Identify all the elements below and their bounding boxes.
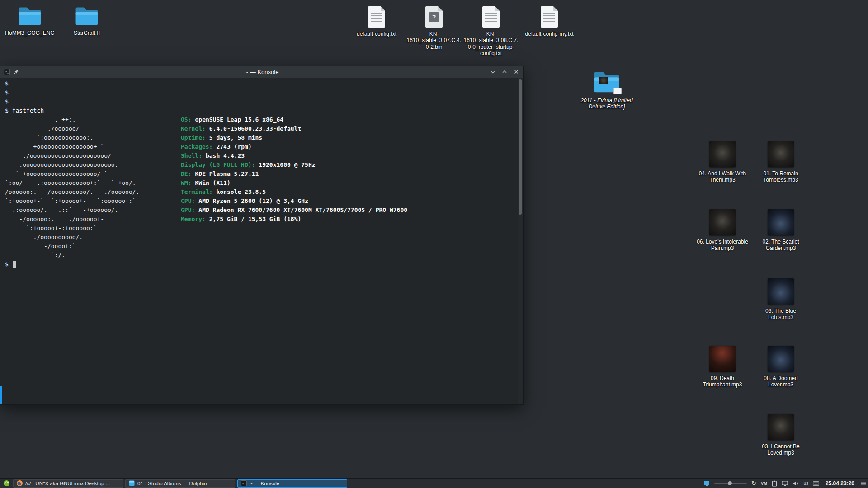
album-preview-thumbnail (599, 77, 608, 84)
fetch-info-row: Packages:2743 (rpm) (181, 142, 407, 151)
slider-track[interactable] (714, 483, 747, 484)
desktop-file-default-config[interactable]: default-config.txt (345, 6, 408, 37)
album-art-thumbnail (709, 209, 736, 235)
fetch-info-row: OS:openSUSE Leap 15.6 x86_64 (181, 115, 407, 124)
desktop-icon-label: HoMM3_GOG_ENG (5, 30, 54, 36)
desktop-folder-homm3[interactable]: HoMM3_GOG_ENG (0, 6, 60, 36)
fetch-info-row: Uptime:5 days, 58 mins (181, 133, 407, 142)
dolphin-icon (128, 480, 135, 487)
desktop-track-03[interactable]: 03. I Cannot Be Loved.mp3 (749, 414, 812, 456)
keyboard-layout-indicator[interactable]: us (803, 479, 808, 488)
desktop-icon-label: default-config.txt (357, 31, 396, 37)
clipboard-icon[interactable] (772, 479, 777, 488)
album-art-thumbnail (709, 346, 736, 372)
fetch-info-row: WM:KWin (X11) (181, 178, 407, 188)
desktop-track-09[interactable]: 09. Death Triumphant.mp3 (691, 346, 754, 388)
slider-knob[interactable] (728, 481, 732, 485)
desktop-track-08[interactable]: 08. A Doomed Lover.mp3 (749, 346, 812, 388)
konsole-window: >_ ~ — Konsole $ $ $ $ fastfetch (0, 66, 524, 405)
desktop-icon-label: KN-1610_stable_3.07.C.4.0-2.bin (406, 31, 462, 50)
terminal-cursor (13, 261, 16, 268)
scrollbar-thumb[interactable] (519, 79, 522, 215)
desktop-file-default-config-my[interactable]: default-config-my.txt (518, 6, 581, 37)
taskbar: /s/ - UN*X aka GNULinux Desktop ... 01 -… (0, 478, 868, 488)
tray-slider[interactable] (714, 479, 747, 488)
desktop-icon-label: StarCraft II (74, 30, 100, 36)
desktop-track-04[interactable]: 04. And I Walk With Them.mp3 (691, 141, 754, 183)
konsole-icon: >_ (241, 480, 247, 487)
desktop-icon-label: 06. The Blue Lotus.mp3 (752, 308, 809, 321)
system-tray: ↻ VM us 25.04 23:20 (703, 479, 866, 488)
task-konsole[interactable]: >_ ~ — Konsole (237, 479, 347, 488)
fetch-info-row: CPU:AMD Ryzen 5 2600 (12) @ 3,4 GHz (181, 197, 407, 206)
desktop-icon-label: 04. And I Walk With Them.mp3 (694, 170, 751, 183)
album-art-thumbnail (768, 346, 794, 372)
folder-icon (18, 6, 42, 27)
album-art-thumbnail (768, 278, 794, 305)
konsole-app-icon: >_ (4, 69, 10, 75)
application-launcher-icon[interactable] (2, 479, 11, 488)
media-folder-icon (593, 70, 621, 94)
fetch-info-row: GPU:AMD Radeon RX 7600/7600 XT/7600M XT/… (181, 206, 407, 215)
fetch-info-row: Memory:2,75 GiB / 15,53 GiB (18%) (181, 215, 407, 224)
desktop-track-01[interactable]: 01. To Remain Tombless.mp3 (749, 141, 812, 183)
album-art-thumbnail (768, 141, 794, 167)
window-title: ~ — Konsole (35, 69, 488, 75)
minimize-button[interactable] (489, 68, 496, 75)
media-badge-icon (613, 88, 622, 94)
fetch-info-row: Shell:bash 4.4.23 (181, 151, 407, 160)
desktop-icon-label: 2011 - Evinta [Limited Deluxe Edition] (578, 97, 635, 110)
task-label: /s/ - UN*X aka GNULinux Desktop ... (25, 481, 110, 486)
task-dolphin[interactable]: 01 - Studio Albums — Dolphin (125, 479, 235, 488)
desktop-file-kn-bin[interactable]: ? KN-1610_stable_3.07.C.4.0-2.bin (402, 6, 466, 50)
accent-strip (0, 386, 2, 404)
display-icon[interactable] (703, 479, 710, 488)
desktop-file-kn-startup-config[interactable]: KN-1610_stable_3.08.C.7.0-0_router_start… (459, 6, 523, 57)
desktop-icon-label: default-config-my.txt (525, 31, 573, 37)
text-file-icon (541, 6, 558, 28)
fastfetch-output: .-++:. ./oooooo/- `:oooooooooooo:. -+ooo… (5, 115, 519, 260)
virtual-machine-icon[interactable]: VM (761, 479, 768, 488)
terminal[interactable]: $ $ $ $ fastfetch .-++:. ./oooooo/- `:oo… (0, 78, 523, 404)
updates-icon[interactable]: ↻ (751, 479, 756, 488)
album-art-thumbnail (768, 414, 794, 440)
fastfetch-info: OS:openSUSE Leap 15.6 x86_64 Kernel:6.4.… (181, 115, 407, 224)
binary-file-icon: ? (425, 6, 443, 28)
prompt-line: $ (5, 260, 519, 269)
firefox-icon (16, 480, 23, 487)
desktop-icon-label: 03. I Cannot Be Loved.mp3 (752, 443, 809, 456)
network-icon[interactable] (782, 479, 788, 488)
clock[interactable]: 25.04 23:20 (824, 480, 856, 487)
task-label: 01 - Studio Albums — Dolphin (137, 481, 207, 486)
prompt-symbol: $ (5, 260, 9, 269)
desktop-track-02[interactable]: 02. The Scarlet Garden.mp3 (749, 209, 812, 252)
desktop-icon-label: KN-1610_stable_3.08.C.7.0-0_router_start… (462, 31, 519, 57)
fetch-info-row: Display (LG FULL HD):868x488 @ 75Hz (181, 160, 407, 169)
text-file-icon (482, 6, 500, 28)
text-file-icon (368, 6, 385, 28)
panel-settings-icon[interactable] (861, 479, 866, 488)
desktop-icon-label: 09. Death Triumphant.mp3 (694, 375, 751, 388)
desktop-icon-label: 08. A Doomed Lover.mp3 (752, 375, 809, 388)
desktop-icon-label: 01. To Remain Tombless.mp3 (752, 170, 809, 183)
desktop-track-06-love[interactable]: 06. Love's Intolerable Pain.mp3 (691, 209, 754, 252)
task-firefox[interactable]: /s/ - UN*X aka GNULinux Desktop ... (13, 479, 123, 488)
maximize-button[interactable] (501, 68, 508, 75)
task-label: ~ — Konsole (250, 481, 279, 486)
desktop-folder-starcraft[interactable]: StarCraft II (55, 6, 118, 36)
input-device-icon[interactable] (813, 479, 819, 488)
desktop-icon-label: 02. The Scarlet Garden.mp3 (752, 239, 809, 252)
titlebar[interactable]: >_ ~ — Konsole (0, 66, 523, 78)
fetch-info-row: Kernel:6.4.0-150600.23.33-default (181, 124, 407, 133)
pin-icon[interactable] (13, 68, 20, 75)
volume-icon[interactable] (793, 479, 799, 488)
folder-icon (75, 6, 99, 27)
desktop-folder-album[interactable]: 2011 - Evinta [Limited Deluxe Edition] (575, 70, 638, 110)
fetch-info-row: DE:KDE Plasma 5.27.11 (181, 169, 407, 178)
close-button[interactable] (513, 68, 520, 75)
desktop-track-06-lotus[interactable]: 06. The Blue Lotus.mp3 (749, 278, 812, 321)
album-art-thumbnail (709, 141, 736, 167)
terminal-scrollbar[interactable] (518, 78, 523, 404)
desktop-icon-label: 06. Love's Intolerable Pain.mp3 (694, 239, 751, 252)
fetch-info-row: Terminal:konsole 23.8.5 (181, 188, 407, 197)
